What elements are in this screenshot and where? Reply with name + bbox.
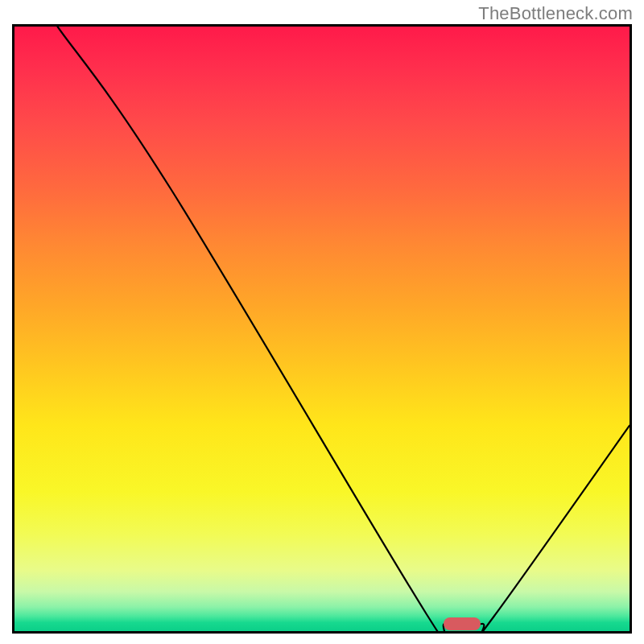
bottleneck-curve xyxy=(57,27,630,631)
attribution-text: TheBottleneck.com xyxy=(478,3,633,24)
bottleneck-curve-svg xyxy=(14,27,630,631)
plot-frame xyxy=(12,24,632,634)
optimal-point-marker xyxy=(444,617,481,630)
